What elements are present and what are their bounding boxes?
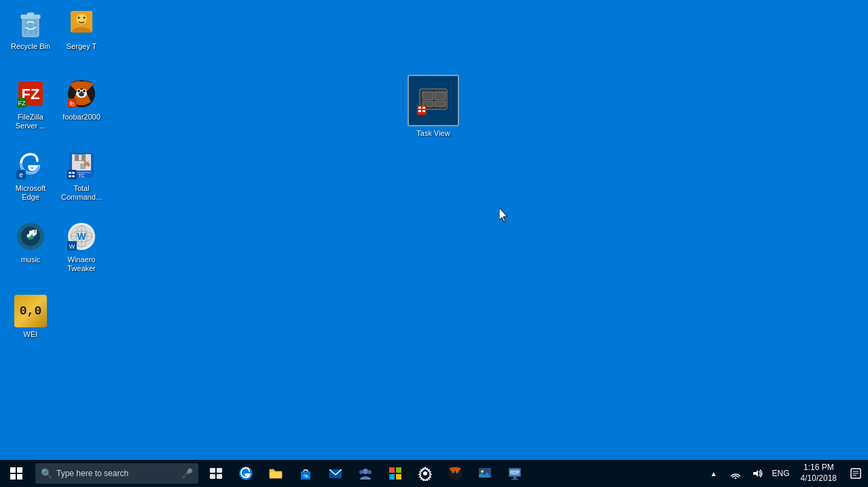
- wei-box: 0,0: [14, 295, 47, 327]
- task-view-label: Task View: [408, 129, 459, 137]
- recycle-bin-label: Recycle Bin: [11, 42, 50, 51]
- filezilla-image: FZ FZ: [14, 77, 47, 110]
- svg-point-20: [77, 90, 80, 92]
- store-taskbar-icon[interactable]: 🛍: [291, 460, 321, 487]
- svg-text:RDP: RDP: [510, 470, 520, 475]
- filezilla-label: FileZilla Server ...: [6, 113, 55, 130]
- svg-rect-33: [422, 110, 425, 112]
- svg-rect-95: [511, 479, 518, 480]
- svg-text:e: e: [19, 171, 23, 179]
- svg-point-80: [367, 470, 372, 474]
- show-hidden-icons-button[interactable]: ▲: [703, 460, 725, 487]
- svg-text:TC: TC: [78, 173, 84, 178]
- svg-rect-69: [17, 474, 22, 480]
- foobar2000-image: fb: [65, 77, 98, 110]
- search-bar[interactable]: 🔍 Type here to search 🎤: [35, 463, 198, 484]
- total-commander-label: Total Command...: [57, 184, 106, 202]
- foobar2000-label: foobar2000: [62, 113, 101, 122]
- wei-label: WEI: [24, 330, 38, 339]
- filezilla-icon[interactable]: FZ FZ FileZilla Server ...: [3, 75, 58, 133]
- svg-rect-70: [210, 468, 215, 473]
- svg-rect-31: [422, 107, 425, 109]
- wei-image: 0,0: [14, 295, 47, 327]
- task-view-taskbar-button[interactable]: [201, 460, 231, 487]
- svg-text:W: W: [69, 243, 75, 250]
- total-commander-icon[interactable]: TC % Total Command...: [54, 146, 109, 204]
- svg-rect-47: [72, 172, 75, 174]
- edge-label: Microsoft Edge: [6, 184, 55, 202]
- remote-desktop-taskbar-icon[interactable]: RDP: [500, 460, 530, 487]
- svg-point-54: [33, 233, 36, 236]
- music-image: [14, 220, 47, 253]
- wei-icon[interactable]: 0,0 WEI: [3, 292, 58, 342]
- sergey-t-icon[interactable]: Sergey T: [54, 4, 109, 54]
- svg-point-79: [359, 470, 363, 474]
- music-label: music: [21, 255, 41, 264]
- settings-taskbar-icon[interactable]: [410, 460, 440, 487]
- clock-date: 4/10/2018: [801, 473, 837, 484]
- svg-rect-46: [69, 172, 71, 174]
- svg-rect-66: [10, 467, 16, 473]
- foobar-taskbar-icon[interactable]: [440, 460, 470, 487]
- edge-icon[interactable]: e Microsoft Edge: [3, 146, 58, 204]
- svg-point-10: [84, 17, 86, 19]
- taskbar: 🔍 Type here to search 🎤 🛍: [0, 460, 868, 487]
- ms-store2-taskbar-icon[interactable]: [380, 460, 410, 487]
- mouse-cursor: [499, 208, 510, 223]
- image-viewer-taskbar-icon[interactable]: [470, 460, 500, 487]
- svg-rect-68: [10, 474, 16, 480]
- svg-rect-45: [67, 170, 77, 179]
- search-icon: 🔍: [41, 468, 52, 479]
- svg-text:FZ: FZ: [18, 100, 26, 107]
- svg-point-21: [83, 90, 86, 92]
- sergey-t-label: Sergey T: [67, 42, 96, 51]
- recycle-bin-image: [14, 7, 47, 39]
- volume-icon[interactable]: [746, 460, 768, 487]
- desktop: Recycle Bin Sergey T FZ F: [0, 0, 868, 460]
- search-placeholder: Type here to search: [56, 469, 181, 478]
- svg-point-98: [734, 477, 736, 479]
- svg-point-9: [78, 17, 80, 19]
- svg-rect-71: [217, 468, 222, 473]
- svg-rect-73: [217, 474, 222, 479]
- svg-point-90: [456, 471, 458, 473]
- svg-rect-40: [79, 155, 82, 160]
- svg-text:%: %: [84, 160, 90, 168]
- foobar2000-icon[interactable]: fb foobar2000: [54, 75, 109, 124]
- svg-rect-32: [418, 110, 421, 112]
- svg-rect-26: [435, 92, 446, 100]
- mail-taskbar-icon[interactable]: [321, 460, 350, 487]
- file-explorer-taskbar-icon[interactable]: [261, 460, 291, 487]
- start-button[interactable]: [0, 460, 33, 487]
- clock[interactable]: 1:16 PM 4/10/2018: [794, 460, 844, 487]
- svg-rect-84: [396, 474, 401, 480]
- edge-taskbar-icon[interactable]: [231, 460, 261, 487]
- sergey-t-image: [65, 7, 98, 39]
- svg-rect-83: [389, 474, 395, 480]
- winaero-tweaker-image: W W: [65, 220, 98, 253]
- music-icon[interactable]: music: [3, 217, 58, 267]
- svg-rect-48: [69, 175, 71, 177]
- svg-rect-72: [210, 474, 215, 479]
- svg-point-92: [481, 470, 484, 473]
- svg-rect-2: [27, 13, 34, 16]
- people-taskbar-icon[interactable]: [350, 460, 380, 487]
- microphone-icon: 🎤: [181, 468, 193, 479]
- svg-point-8: [77, 15, 86, 23]
- svg-point-89: [452, 471, 454, 473]
- svg-text:fb: fb: [69, 101, 75, 107]
- edge-image: e: [14, 149, 47, 181]
- clock-time: 1:16 PM: [803, 463, 834, 473]
- notification-center-button[interactable]: [844, 460, 868, 487]
- network-icon[interactable]: [725, 460, 746, 487]
- svg-rect-30: [418, 107, 421, 109]
- svg-rect-25: [422, 92, 433, 100]
- svg-text:W: W: [77, 231, 86, 242]
- winaero-tweaker-icon[interactable]: W W Winaero Tweaker: [54, 217, 109, 276]
- task-view-desktop-icon[interactable]: Task View: [408, 75, 459, 137]
- svg-rect-29: [417, 105, 427, 115]
- language-selector[interactable]: ENG: [768, 460, 794, 487]
- recycle-bin-icon[interactable]: Recycle Bin: [3, 4, 58, 54]
- svg-rect-81: [389, 467, 395, 473]
- system-tray: ▲ ENG 1:16 PM 4/10/2018: [703, 460, 868, 487]
